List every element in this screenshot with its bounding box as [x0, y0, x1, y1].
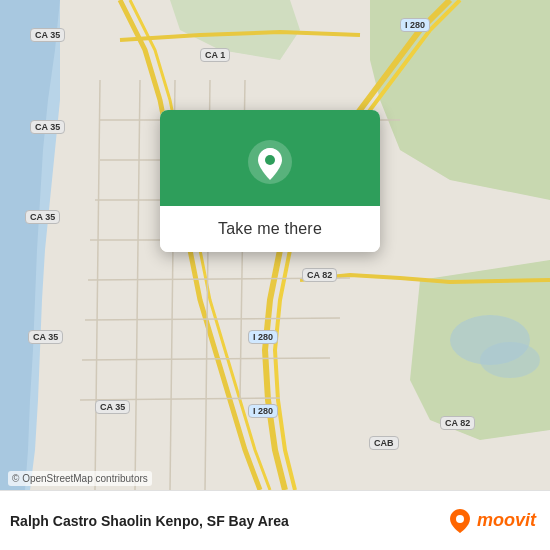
road-badge-ca82-2: CA 82 [440, 416, 475, 430]
road-badge-cab: CAB [369, 436, 399, 450]
svg-point-6 [265, 155, 275, 165]
place-name: Ralph Castro Shaolin Kenpo, SF Bay Area [10, 513, 289, 529]
road-badge-i280-2: I 280 [248, 330, 278, 344]
place-info: Ralph Castro Shaolin Kenpo, SF Bay Area [10, 513, 289, 529]
moovit-pin-icon [446, 507, 474, 535]
road-badge-i280-1: I 280 [400, 18, 430, 32]
moovit-text: moovit [477, 510, 536, 531]
svg-point-3 [480, 342, 540, 378]
map-attribution: © OpenStreetMap contributors [8, 471, 152, 486]
take-me-there-button[interactable]: Take me there [160, 206, 380, 252]
location-pin-icon [246, 138, 294, 186]
moovit-logo: moovit [446, 507, 536, 535]
road-badge-ca35-4: CA 35 [28, 330, 63, 344]
road-badge-i280-3: I 280 [248, 404, 278, 418]
road-badge-ca35-5: CA 35 [95, 400, 130, 414]
road-badge-ca35-3: CA 35 [25, 210, 60, 224]
map-container: CA 35 CA 1 I 280 CA 35 CA 35 CA 82 CA 35… [0, 0, 550, 490]
popup-card: Take me there [160, 110, 380, 252]
road-badge-ca1: CA 1 [200, 48, 230, 62]
road-badge-ca35-2: CA 35 [30, 120, 65, 134]
svg-point-7 [456, 515, 464, 523]
bottom-bar: Ralph Castro Shaolin Kenpo, SF Bay Area … [0, 490, 550, 550]
road-badge-ca35-1: CA 35 [30, 28, 65, 42]
popup-green-area [160, 110, 380, 206]
road-badge-ca82-1: CA 82 [302, 268, 337, 282]
